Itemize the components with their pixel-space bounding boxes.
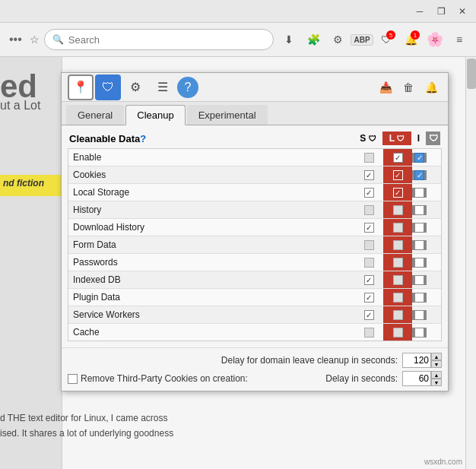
- scrollbar-thumb[interactable]: [467, 59, 476, 89]
- row-s-formdata[interactable]: [354, 236, 383, 253]
- row-l-localstorage: [383, 184, 412, 201]
- table-row: Plugin Data: [68, 289, 441, 306]
- bell-btn[interactable]: 🔔: [420, 77, 442, 98]
- checkbox-s-indexeddb[interactable]: [364, 275, 374, 285]
- row-s-indexeddb[interactable]: [354, 271, 383, 288]
- settings-tab-btn[interactable]: ⚙: [122, 74, 148, 100]
- spinner2-up[interactable]: ▲: [431, 371, 442, 379]
- table-row: Cookies: [68, 166, 441, 184]
- close-button[interactable]: ✕: [452, 1, 473, 22]
- trash-btn[interactable]: 🗑: [398, 77, 419, 98]
- row-s-cookies[interactable]: [354, 166, 383, 183]
- table-row: Enable ✓ ✓: [68, 149, 441, 166]
- download-icon[interactable]: ⬇: [278, 29, 300, 50]
- row-l-history: [383, 201, 412, 218]
- checkbox-s-cache[interactable]: [364, 328, 374, 337]
- scrollbar[interactable]: [465, 57, 476, 469]
- checkbox-l-serviceworkers[interactable]: [393, 310, 403, 320]
- checkbox-l-formdata[interactable]: [393, 240, 403, 250]
- menu-icon[interactable]: ≡: [449, 29, 470, 50]
- checkbox-remove-cookies[interactable]: [68, 374, 78, 384]
- checkbox-s-plugindata[interactable]: [364, 293, 374, 303]
- row-s-dlhistory[interactable]: [354, 219, 383, 236]
- tab-general[interactable]: General: [66, 105, 124, 125]
- checkbox-s-dlhistory[interactable]: [364, 223, 374, 233]
- row-s-localstorage[interactable]: [354, 184, 383, 201]
- settings-gear-icon[interactable]: ⚙: [327, 29, 348, 50]
- question-tab-btn[interactable]: ?: [177, 77, 198, 98]
- checkbox-l-indexeddb[interactable]: [393, 275, 403, 285]
- spinner2-down[interactable]: ▼: [431, 379, 442, 386]
- col-header-i-shield: 🛡: [426, 132, 440, 145]
- table-row: Local Storage: [68, 184, 441, 201]
- abp-icon[interactable]: ABP: [351, 29, 373, 50]
- badge-icon-2[interactable]: 🔔 1: [400, 29, 421, 50]
- inbox-btn[interactable]: 📥: [375, 77, 396, 98]
- extensions-icon[interactable]: 🧩: [303, 29, 324, 50]
- table-title: Cleanable Data?: [69, 133, 354, 144]
- row-s-enable[interactable]: [354, 149, 383, 166]
- checkbox-l-passwords[interactable]: [393, 258, 403, 268]
- row-s-passwords[interactable]: [354, 254, 383, 271]
- minimize-button[interactable]: ─: [409, 1, 430, 22]
- checkbox-s-history[interactable]: [364, 205, 374, 215]
- checkbox-l-cookies[interactable]: [393, 170, 403, 180]
- badge-icon-1[interactable]: 🛡 5: [376, 29, 397, 50]
- shield-tab-btn[interactable]: 🛡: [95, 74, 121, 100]
- remove-cookies-label[interactable]: Remove Third-Party Cookies on creation:: [68, 373, 325, 384]
- row-s-serviceworkers[interactable]: [354, 306, 383, 323]
- row-i-history: [412, 205, 427, 215]
- checkbox-l-plugindata[interactable]: [393, 293, 403, 303]
- delay-input[interactable]: [402, 353, 431, 368]
- checkbox-l-history[interactable]: [393, 205, 403, 215]
- checkbox-i-localstorage[interactable]: [414, 188, 424, 198]
- search-input[interactable]: [68, 34, 265, 46]
- checkbox-i-history[interactable]: [414, 205, 424, 215]
- nav-dots[interactable]: •••: [6, 30, 25, 49]
- delay-spinner[interactable]: ▲ ▼: [402, 353, 442, 368]
- restore-button[interactable]: ❒: [430, 1, 452, 22]
- checkbox-l-enable[interactable]: ✓: [393, 153, 403, 163]
- flower-icon[interactable]: 🌸: [424, 29, 446, 50]
- checkbox-i-enable[interactable]: ✓: [414, 153, 424, 163]
- delay2-spinner[interactable]: ▲ ▼: [402, 371, 442, 386]
- checkbox-i-serviceworkers[interactable]: [414, 310, 424, 320]
- checkbox-i-plugindata[interactable]: [414, 293, 424, 303]
- checkbox-i-cache[interactable]: [414, 328, 424, 337]
- row-i-localstorage: [412, 188, 427, 198]
- row-label: Enable: [68, 151, 354, 164]
- row-label-download-history: Download History: [68, 220, 354, 234]
- checkbox-s-serviceworkers[interactable]: [364, 310, 374, 320]
- checkbox-i-cookies[interactable]: [414, 170, 424, 180]
- tab-cleanup[interactable]: Cleanup: [125, 105, 185, 125]
- list-tab-btn[interactable]: ☰: [150, 74, 176, 100]
- tab-experimental[interactable]: Experimental: [187, 105, 268, 125]
- row-l-serviceworkers: [383, 306, 412, 323]
- checkbox-i-dlhistory[interactable]: [414, 223, 424, 233]
- checkbox-s-localstorage[interactable]: [364, 188, 374, 198]
- checkbox-l-cache[interactable]: [393, 328, 403, 337]
- checkbox-l-dlhistory[interactable]: [393, 223, 403, 233]
- bookmark-icon[interactable]: ☆: [30, 33, 40, 46]
- location-tab-btn[interactable]: 📍: [68, 74, 94, 100]
- row-s-history[interactable]: [354, 201, 383, 218]
- checkbox-i-formdata[interactable]: [414, 240, 424, 250]
- row-l-passwords: [383, 254, 412, 271]
- checkbox-s-enable[interactable]: [364, 153, 374, 163]
- checkbox-s-passwords[interactable]: [364, 258, 374, 268]
- checkbox-i-indexeddb[interactable]: [414, 275, 424, 285]
- delay2-input[interactable]: [402, 371, 431, 386]
- row-l-formdata: [383, 236, 412, 253]
- checkbox-s-cookies[interactable]: [364, 170, 374, 180]
- row-label: History: [68, 203, 354, 217]
- checkbox-l-localstorage[interactable]: [393, 188, 403, 198]
- row-s-cache[interactable]: [354, 324, 383, 341]
- address-bar[interactable]: 🔍: [44, 29, 274, 50]
- toolbar-icons: ⬇ 🧩 ⚙ ABP 🛡 5 🔔 1 🌸 ≡: [278, 29, 470, 50]
- checkbox-i-passwords[interactable]: [414, 258, 424, 268]
- checkbox-s-formdata[interactable]: [364, 240, 374, 250]
- row-s-plugindata[interactable]: [354, 289, 383, 306]
- spinner-up[interactable]: ▲: [431, 353, 442, 360]
- table-title-link[interactable]: ?: [140, 133, 146, 144]
- spinner-down[interactable]: ▼: [431, 360, 442, 368]
